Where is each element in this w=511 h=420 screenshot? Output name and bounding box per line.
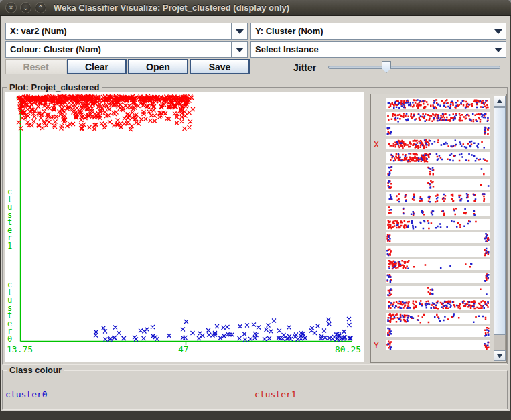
scrollbar-thumb[interactable]	[494, 107, 506, 335]
class-label-cluster1[interactable]: cluster1	[254, 389, 297, 399]
x-attribute-combo-value: X: var2 (Num)	[10, 23, 67, 39]
attribute-bar[interactable]	[386, 139, 490, 149]
attribute-bar[interactable]	[386, 112, 490, 123]
attribute-bar[interactable]	[386, 286, 490, 297]
attribute-bar[interactable]	[386, 340, 490, 350]
attribute-bar[interactable]	[386, 152, 490, 163]
attribute-bar[interactable]	[386, 259, 490, 270]
attribute-bar[interactable]	[386, 125, 490, 136]
colour-combo-value: Colour: Cluster (Nom)	[10, 42, 101, 57]
attribute-bar[interactable]	[386, 246, 490, 257]
attribute-bar[interactable]	[386, 219, 490, 230]
scrollbar-down-icon[interactable]	[494, 350, 506, 361]
attribute-bar[interactable]	[386, 313, 490, 324]
select-instance-combo-value: Select Instance	[255, 42, 319, 57]
attribute-bar[interactable]	[386, 299, 490, 310]
attribute-bar[interactable]	[386, 179, 490, 190]
y-axis-top-label: c l u s t e r 1	[7, 188, 12, 250]
attribute-bar[interactable]	[386, 165, 490, 176]
chevron-down-icon	[231, 42, 247, 57]
attribute-bar[interactable]	[386, 98, 490, 109]
plot-title: Plot: Projet_clustered	[7, 82, 102, 92]
chevron-down-icon	[231, 23, 247, 39]
open-button[interactable]: Open	[128, 59, 188, 74]
close-icon[interactable]: ×	[5, 2, 17, 13]
x-axis-min-label: 13.75	[7, 344, 33, 354]
x-axis-max-label: 80.25	[335, 344, 361, 354]
window-title: Weka Classifier Visualize: Projet_cluste…	[54, 0, 289, 16]
reset-button[interactable]: Reset	[5, 59, 66, 74]
axis-marker-x: X	[374, 139, 384, 149]
scrollbar-up-icon[interactable]	[494, 96, 506, 107]
x-axis-mid-label: 47	[178, 344, 189, 354]
class-colour-title: Class colour	[7, 365, 64, 375]
attribute-bar[interactable]	[386, 232, 490, 243]
y-attribute-combo-value: Y: Cluster (Nom)	[255, 23, 323, 39]
select-instance-combo[interactable]: Select Instance	[250, 41, 506, 58]
title-bar[interactable]: × ⌄ ⌃ Weka Classifier Visualize: Projet_…	[0, 0, 511, 16]
y-axis-bottom-label: c l u s t e r 0	[7, 281, 12, 343]
chevron-down-icon	[490, 23, 506, 39]
attribute-bars-panel: XY	[370, 94, 507, 363]
minimize-icon[interactable]: ⌄	[20, 2, 31, 13]
class-label-cluster0[interactable]: cluster0	[5, 389, 48, 399]
scatter-points-layer	[5, 92, 364, 362]
save-button[interactable]: Save	[190, 59, 250, 74]
scatter-plot-canvas[interactable]: c l u s t e r 1 c l u s t e r 0 13.75 47…	[5, 92, 364, 362]
attribute-bar[interactable]	[386, 206, 490, 216]
jitter-slider-track[interactable]	[328, 66, 500, 69]
x-attribute-combo[interactable]: X: var2 (Num)	[5, 23, 248, 40]
colour-combo[interactable]: Colour: Cluster (Nom)	[5, 41, 248, 58]
jitter-label: Jitter	[293, 62, 316, 73]
y-attribute-combo[interactable]: Y: Cluster (Nom)	[250, 23, 506, 40]
attribute-bar[interactable]	[386, 192, 490, 203]
axis-marker-y: Y	[374, 340, 384, 350]
attribute-bar[interactable]	[386, 326, 490, 337]
weka-visualize-window: × ⌄ ⌃ Weka Classifier Visualize: Projet_…	[0, 0, 511, 420]
attribute-bar[interactable]	[386, 273, 490, 283]
maximize-icon[interactable]: ⌃	[35, 2, 46, 13]
chevron-down-icon	[490, 42, 506, 57]
clear-button[interactable]: Clear	[67, 59, 127, 74]
